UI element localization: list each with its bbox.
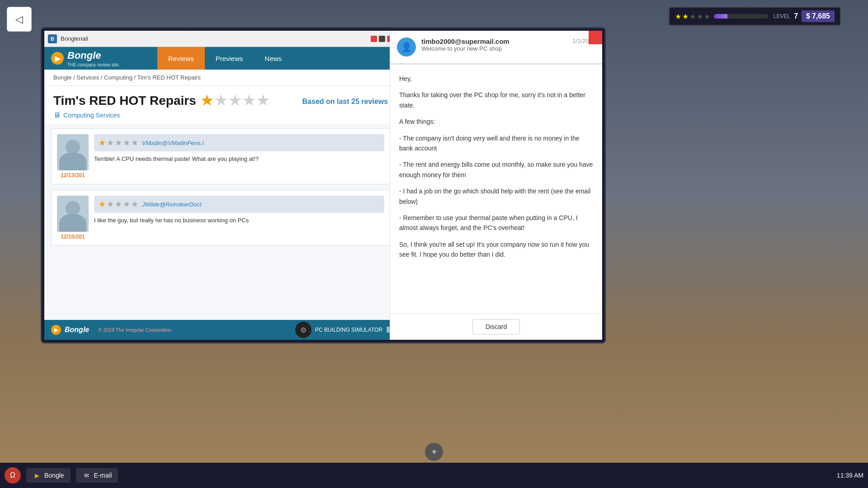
hud-xp-bar: [714, 14, 768, 19]
hud-stars: ★ ★ ★ ★ ★: [675, 12, 710, 21]
email-line-7: So, I think you're all set up! It's your…: [399, 239, 593, 260]
reviewer-avatar-2: [57, 196, 89, 232]
review-card-2: 12/10/201 ★ ★ ★ ★ ★ JWilde@ReindeerDoct: [51, 190, 390, 246]
taskbar-app-bongle[interactable]: ▶ Bongle: [26, 468, 71, 483]
taskbar-clock: 11:39 AM: [837, 472, 863, 479]
hud-star-2: ★: [682, 12, 689, 21]
discard-button[interactable]: Discard: [472, 319, 520, 334]
reviewer-date-2: 12/10/201: [61, 234, 85, 240]
category-tag: 🖥 Computing Services: [53, 111, 388, 119]
bongle-brand-text: Bongle THE company review site.: [67, 50, 120, 67]
email-subject: Welcome to your new PC shop: [421, 45, 567, 52]
reviewer-date-1: 12/13/201: [61, 172, 85, 178]
hud-star-5: ★: [704, 12, 710, 21]
biz-star-1: ★: [201, 93, 213, 108]
reviews-container[interactable]: 12/13/201 ★ ★ ★ ★ ★ VMadin@VMailinPens.l: [44, 124, 397, 320]
money-symbol: $: [806, 12, 810, 20]
footer-bongle-icon: ▶: [51, 325, 61, 335]
monitor-frame: B Bonglenail ▶ Bongle THE compan: [41, 27, 606, 343]
hud-star-4: ★: [697, 12, 703, 21]
browser-title-text: Bonglenail: [61, 35, 367, 42]
hud-bar: ★ ★ ★ ★ ★ LEVEL 7 $ 7,685: [669, 7, 841, 26]
business-header: Tim's RED HOT Repairs ★ ★ ★ ★ ★ Based on…: [44, 86, 397, 124]
browser-titlebar: B Bonglenail: [44, 31, 397, 47]
email-line-3: - The company isn't doing very well and …: [399, 133, 593, 154]
bongle-brand: ▶ Bongle THE company review site.: [44, 50, 157, 67]
review-content-1: ★ ★ ★ ★ ★ VMadin@VMailinPens.l Terrible!…: [94, 134, 384, 178]
business-rating-stars: ★ ★ ★ ★ ★: [201, 93, 269, 108]
email-line-1: Thanks for taking over the PC shop for m…: [399, 90, 593, 110]
reviewer-name-2: JWilde@ReindeerDoct: [142, 201, 202, 208]
biz-star-4: ★: [243, 93, 255, 108]
review-text-1: Terrible! A CPU needs thermal paste! Wha…: [94, 155, 384, 163]
taskbar-app-email[interactable]: ✉ E-mail: [76, 468, 118, 483]
business-title: Tim's RED HOT Repairs ★ ★ ★ ★ ★: [53, 93, 269, 108]
footer-copyright: © 2019 The Irregular Corporation: [98, 327, 171, 333]
review-text-2: I like the guy, but really he has no bus…: [94, 216, 384, 225]
review-content-2: ★ ★ ★ ★ ★ JWilde@ReindeerDoct I like the…: [94, 196, 384, 240]
taskbar-bongle-icon: ▶: [33, 471, 42, 480]
hud-money: $ 7,685: [802, 10, 835, 22]
email-sender-address: timbo2000@supermail.com: [421, 38, 567, 45]
footer-product-name: PC BUILDING SIMULATOR: [315, 327, 382, 333]
footer-bongle-name: Bongle: [65, 326, 89, 334]
fan-icon: ✦: [425, 443, 443, 461]
reviews-count: Based on last 25 reviews: [302, 98, 388, 106]
browser-logo-letter: B: [51, 36, 54, 42]
maximize-button[interactable]: [379, 36, 385, 42]
bongle-name: Bongle: [67, 50, 120, 61]
money-amount: 7,685: [812, 12, 830, 20]
bongle-tagline: THE company review site.: [67, 62, 120, 67]
category-icon: 🖥: [53, 111, 61, 119]
back-icon: ◁: [15, 14, 23, 25]
minimize-button[interactable]: [371, 36, 377, 42]
email-line-4: - The rent and energy bills come out mon…: [399, 160, 593, 180]
browser-logo-small: B: [48, 34, 57, 43]
tab-previews[interactable]: Previews: [205, 47, 254, 70]
bongle-icon: ▶: [51, 52, 64, 65]
email-line-0: Hey,: [399, 74, 593, 84]
os-icon-symbol: Ω: [10, 471, 15, 479]
email-avatar: 👤: [397, 38, 416, 56]
browser-footer: ▶ Bongle © 2019 The Irregular Corporatio…: [44, 320, 397, 340]
monitor-screen: B Bonglenail ▶ Bongle THE compan: [44, 31, 602, 340]
hud-star-1: ★: [675, 12, 681, 21]
review-header-2: ★ ★ ★ ★ ★ JWilde@ReindeerDoct: [94, 196, 384, 213]
email-header: 👤 timbo2000@supermail.com Welcome to you…: [390, 31, 602, 64]
category-label: Computing Services: [63, 112, 120, 119]
footer-product: ⚙ PC BUILDING SIMULATOR Ⅱ: [295, 322, 390, 338]
email-avatar-icon: 👤: [401, 42, 412, 52]
taskbar-bongle-label: Bongle: [44, 472, 64, 479]
taskbar-email-icon: ✉: [82, 471, 91, 480]
hud-star-3: ★: [689, 12, 696, 21]
review-header-1: ★ ★ ★ ★ ★ VMadin@VMailinPens.l: [94, 134, 384, 151]
bongle-arrow: ▶: [55, 54, 60, 63]
email-line-2: A few things:: [399, 117, 593, 127]
email-line-5: - I had a job on the go which should hel…: [399, 186, 593, 206]
reviewer-name-1: VMadin@VMailinPens.l: [142, 140, 203, 146]
review-card: 12/13/201 ★ ★ ★ ★ ★ VMadin@VMailinPens.l: [51, 128, 390, 184]
back-button[interactable]: ◁: [7, 7, 32, 32]
hud-level-number: 7: [794, 12, 798, 20]
breadcrumb-text: Bongle / Services / Computing / Tim's RE…: [53, 74, 201, 81]
email-footer: Discard: [390, 313, 602, 340]
email-red-indicator: [589, 31, 602, 44]
taskbar-email-label: E-mail: [94, 472, 112, 479]
email-body: Hey, Thanks for taking over the PC shop …: [390, 65, 602, 313]
email-line-6: - Remember to use your thermal paste whe…: [399, 213, 593, 233]
biz-star-2: ★: [215, 93, 227, 108]
hud-level-label: LEVEL: [774, 13, 790, 19]
tab-news[interactable]: News: [254, 47, 293, 70]
footer-pcbs-icon: ⚙: [295, 322, 311, 338]
biz-star-3: ★: [229, 93, 241, 108]
browser-window: B Bonglenail ▶ Bongle THE compan: [44, 31, 397, 340]
breadcrumb: Bongle / Services / Computing / Tim's RE…: [44, 70, 397, 86]
hud-xp-fill: [714, 14, 727, 19]
taskbar-os-icon[interactable]: Ω: [5, 467, 21, 483]
tab-reviews[interactable]: Reviews: [157, 47, 205, 70]
bongle-navbar: ▶ Bongle THE company review site. Review…: [44, 47, 397, 70]
nav-tabs: Reviews Previews News: [157, 47, 292, 70]
review-stars-2: ★ ★ ★ ★ ★: [99, 199, 138, 209]
taskbar: Ω ▶ Bongle ✉ E-mail 11:39 AM: [0, 463, 868, 488]
email-panel: 👤 timbo2000@supermail.com Welcome to you…: [390, 31, 602, 340]
